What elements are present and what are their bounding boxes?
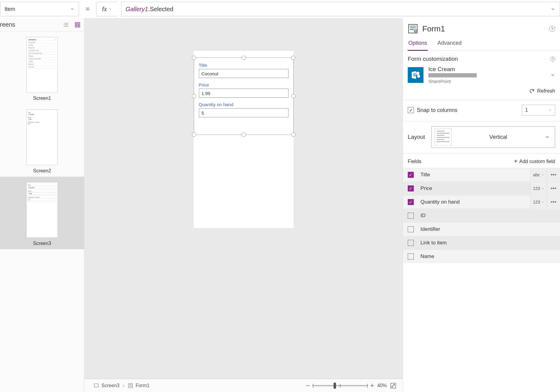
field-label: Price bbox=[199, 82, 288, 87]
checkbox-icon[interactable] bbox=[408, 199, 414, 205]
resize-handle[interactable] bbox=[192, 56, 196, 60]
snap-checkbox[interactable]: Snap to columns bbox=[408, 107, 457, 113]
properties-header: Form1 ? bbox=[403, 18, 560, 37]
field-menu-button[interactable]: ••• bbox=[547, 168, 560, 181]
equals-label: = bbox=[83, 5, 93, 13]
columns-select[interactable]: 1 bbox=[522, 105, 555, 116]
price-input[interactable]: 1.99 bbox=[199, 89, 288, 98]
resize-handle[interactable] bbox=[242, 56, 246, 60]
chevron-down-icon bbox=[545, 135, 550, 139]
tab-advanced[interactable]: Advanced bbox=[437, 37, 462, 51]
properties-panel: Form1 ? Options Advanced Form customizat… bbox=[403, 18, 560, 392]
field-menu-button[interactable]: ••• bbox=[547, 195, 560, 209]
zoom-slider[interactable] bbox=[313, 385, 367, 386]
fx-button[interactable]: fx bbox=[96, 2, 117, 16]
checkbox-icon[interactable] bbox=[408, 172, 414, 178]
add-custom-field-button[interactable]: + Add custom field bbox=[514, 158, 555, 165]
svg-rect-3 bbox=[78, 25, 80, 27]
chevron-down-icon bbox=[541, 201, 544, 204]
refresh-icon bbox=[529, 88, 535, 94]
field-row-name[interactable]: Name bbox=[403, 250, 560, 263]
zoom-value: 40% bbox=[377, 383, 387, 388]
fit-screen-icon[interactable] bbox=[390, 382, 397, 389]
form-selection[interactable]: Title Coconut Price 1.99 Quantity on han… bbox=[194, 57, 294, 135]
redacted-text bbox=[428, 73, 477, 77]
help-icon[interactable]: ? bbox=[549, 26, 555, 32]
formula-input[interactable]: Gallery1.Selected bbox=[121, 2, 560, 16]
screen-thumb-3[interactable]: Title Coconut Price 1.99 Quantity on han… bbox=[0, 177, 84, 249]
field-row-link[interactable]: Link to item bbox=[403, 236, 560, 250]
plus-icon: + bbox=[514, 158, 518, 165]
form-icon bbox=[128, 383, 133, 388]
checkbox-icon[interactable] bbox=[408, 253, 414, 260]
chevron-down-icon bbox=[541, 173, 544, 176]
properties-title: Form1 bbox=[422, 24, 445, 34]
checkbox-icon[interactable] bbox=[408, 213, 414, 219]
canvas-area: Title Coconut Price 1.99 Quantity on han… bbox=[84, 18, 403, 392]
quantity-input[interactable]: 5 bbox=[199, 108, 288, 117]
sharepoint-icon: S bbox=[408, 67, 423, 83]
help-icon[interactable]: ? bbox=[550, 57, 555, 61]
field-row-identifier[interactable]: Identifier bbox=[403, 222, 560, 236]
refresh-button[interactable]: Refresh bbox=[408, 88, 555, 94]
tree-header: reens bbox=[0, 18, 84, 31]
field-menu-button[interactable]: ••• bbox=[547, 182, 560, 195]
chevron-down-icon bbox=[109, 8, 112, 11]
field-row-price[interactable]: Price 123 ••• bbox=[403, 181, 560, 195]
resize-handle[interactable] bbox=[242, 132, 246, 137]
field-row-title[interactable]: Title abc ••• bbox=[403, 168, 560, 181]
checkbox-icon[interactable] bbox=[408, 226, 414, 232]
screen-thumb-1[interactable]: Strawberry› Chocolate Vanilla Pistachio … bbox=[0, 31, 84, 104]
datasource-row[interactable]: S Ice Cream SharePoint bbox=[408, 66, 555, 84]
svg-rect-1 bbox=[78, 22, 80, 24]
form-icon bbox=[408, 24, 418, 34]
resize-handle[interactable] bbox=[192, 94, 196, 98]
resize-handle[interactable] bbox=[192, 132, 196, 137]
resize-handle[interactable] bbox=[291, 132, 295, 137]
formula-expression: Gallery1.Selected bbox=[126, 6, 173, 13]
grid-view-icon[interactable] bbox=[74, 22, 81, 28]
checkbox-icon[interactable] bbox=[408, 240, 414, 246]
thumbnail-preview: Strawberry› Chocolate Vanilla Pistachio … bbox=[26, 37, 58, 93]
breadcrumb-separator: › bbox=[122, 382, 125, 390]
resize-handle[interactable] bbox=[291, 94, 295, 98]
crumb-screen: Screen3 bbox=[101, 383, 120, 388]
phone-canvas[interactable]: Title Coconut Price 1.99 Quantity on han… bbox=[194, 51, 294, 228]
field-type-button[interactable]: 123 bbox=[530, 182, 547, 195]
checkbox-icon bbox=[408, 107, 414, 113]
fields-list: Title abc ••• Price 123 ••• Quantity on … bbox=[403, 168, 560, 263]
layout-picker[interactable]: Vertical bbox=[431, 126, 555, 148]
form-customization-section: Form customization ? S Ice Cream SharePo… bbox=[403, 51, 560, 100]
svg-point-9 bbox=[416, 71, 419, 75]
formula-member: .Selected bbox=[148, 6, 173, 12]
chevron-down-icon[interactable] bbox=[550, 73, 555, 77]
field-row-quantity[interactable]: Quantity on hand 123 ••• bbox=[403, 195, 560, 209]
formula-object: Gallery1 bbox=[126, 6, 148, 12]
thumbnail-preview: Title Coconut Price 1.99 Quantity on han… bbox=[26, 109, 58, 165]
chevron-down-icon bbox=[551, 7, 555, 11]
screen-thumb-2[interactable]: Title Coconut Price 1.99 Quantity on han… bbox=[0, 104, 84, 177]
list-view-icon[interactable] bbox=[63, 22, 69, 28]
property-dropdown[interactable]: Item bbox=[0, 2, 79, 16]
zoom-in-button[interactable]: + bbox=[370, 382, 374, 390]
tree-panel: reens Strawberry› Chocolate Vanilla Pist… bbox=[0, 18, 84, 392]
thumb-label: Screen1 bbox=[0, 96, 84, 101]
fields-label: Fields bbox=[408, 158, 421, 165]
field-type-button[interactable]: 123 bbox=[530, 195, 547, 209]
zoom-out-button[interactable]: − bbox=[306, 382, 310, 390]
field-type-button[interactable]: abc bbox=[530, 168, 547, 181]
breadcrumb[interactable]: Screen3 › Form1 bbox=[91, 381, 153, 391]
status-bar: Screen3 › Form1 − + 40% bbox=[84, 379, 403, 392]
tab-options[interactable]: Options bbox=[408, 37, 428, 51]
svg-rect-4 bbox=[94, 384, 98, 387]
title-input[interactable]: Coconut bbox=[199, 69, 288, 78]
checkbox-icon[interactable] bbox=[408, 185, 414, 191]
svg-point-10 bbox=[417, 75, 420, 78]
layout-label: Layout bbox=[408, 134, 425, 140]
field-row-id[interactable]: ID bbox=[403, 209, 560, 222]
properties-tabs: Options Advanced bbox=[403, 37, 560, 51]
svg-text:S: S bbox=[413, 72, 416, 77]
chevron-down-icon bbox=[70, 7, 74, 11]
resize-handle[interactable] bbox=[291, 56, 295, 60]
layout-section: Layout Vertical bbox=[403, 121, 560, 154]
